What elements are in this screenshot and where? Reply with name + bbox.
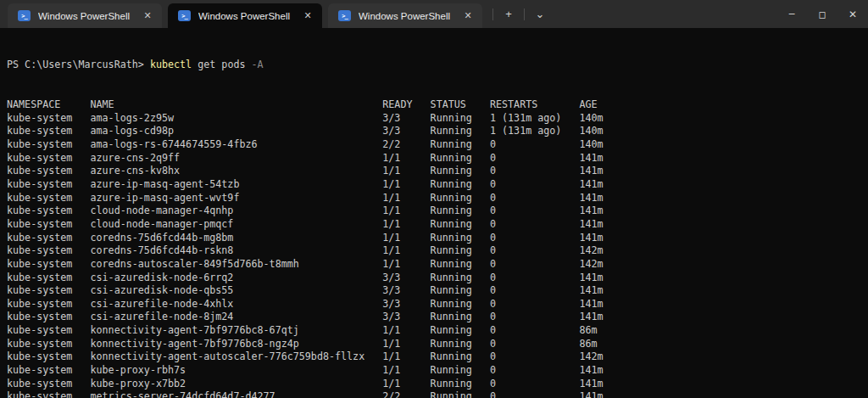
minimize-button[interactable]: ─ xyxy=(776,0,807,28)
pod-table: NAMESPACE NAME READY STATUS RESTARTS AGE… xyxy=(7,98,868,398)
table-header-row: NAMESPACE NAME READY STATUS RESTARTS AGE xyxy=(7,98,868,112)
command-text: kubectl xyxy=(150,59,192,70)
tabbar-divider xyxy=(524,8,525,20)
tab-dropdown-button[interactable]: ⌄ xyxy=(529,4,551,25)
pod-row: kube-system konnectivity-agent-7bf9776bc… xyxy=(7,338,868,351)
tab-windows-powershell-1[interactable]: >_ Windows PowerShell ✕ xyxy=(8,3,162,28)
new-tab-button[interactable]: + xyxy=(498,4,520,25)
window-controls: ─ □ ✕ xyxy=(776,0,868,28)
powershell-icon: >_ xyxy=(178,10,191,21)
pod-row: kube-system ama-logs-cd98p 3/3 Running 1… xyxy=(7,125,868,138)
powershell-icon: >_ xyxy=(18,10,31,21)
terminal-window: >_ Windows PowerShell ✕ >_ Windows Power… xyxy=(0,0,868,398)
pod-row: kube-system ama-logs-2z95w 3/3 Running 1… xyxy=(7,112,868,126)
pod-row: kube-system csi-azurefile-node-8jm24 3/3… xyxy=(7,311,868,324)
pod-row: kube-system konnectivity-agent-7bf9776bc… xyxy=(7,324,868,338)
command-args: get pods xyxy=(192,59,251,70)
pod-row: kube-system konnectivity-agent-autoscale… xyxy=(7,350,868,364)
close-icon: ✕ xyxy=(849,8,857,20)
pod-row: kube-system ama-logs-rs-6744674559-4fbz6… xyxy=(7,138,868,152)
pod-row: kube-system csi-azurefile-node-4xhlx 3/3… xyxy=(7,298,868,311)
tab-close-icon[interactable]: ✕ xyxy=(138,7,157,25)
maximize-button[interactable]: □ xyxy=(807,0,837,28)
pod-row: kube-system csi-azuredisk-node-qbs55 3/3… xyxy=(7,284,868,298)
pod-row: kube-system azure-ip-masq-agent-54tzb 1/… xyxy=(7,178,868,192)
plus-icon: + xyxy=(505,8,512,20)
maximize-icon: □ xyxy=(819,8,825,20)
pod-row: kube-system azure-ip-masq-agent-wvt9f 1/… xyxy=(7,192,868,205)
tab-title: Windows PowerShell xyxy=(38,11,131,21)
close-button[interactable]: ✕ xyxy=(837,0,868,28)
tab-title: Windows PowerShell xyxy=(359,11,451,21)
tab-close-icon[interactable]: ✕ xyxy=(459,7,477,25)
pod-row: kube-system kube-proxy-x7bb2 1/1 Running… xyxy=(7,378,868,391)
tab-close-icon[interactable]: ✕ xyxy=(298,7,317,25)
minimize-icon: ─ xyxy=(789,8,795,20)
terminal-output-area[interactable]: PS C:\Users\MarcusRath> kubectl get pods… xyxy=(0,28,868,398)
titlebar-drag-region xyxy=(551,0,776,28)
chevron-down-icon: ⌄ xyxy=(536,8,545,20)
tab-windows-powershell-2-active[interactable]: >_ Windows PowerShell ✕ xyxy=(168,3,322,28)
tab-bar: >_ Windows PowerShell ✕ >_ Windows Power… xyxy=(0,0,868,28)
prompt-text: PS C:\Users\MarcusRath> xyxy=(7,59,150,70)
pod-row: kube-system metrics-server-74dcfd64d7-d4… xyxy=(7,390,868,398)
pod-row: kube-system cloud-node-manager-pmqcf 1/1… xyxy=(7,218,868,232)
powershell-icon: >_ xyxy=(338,10,351,21)
pod-row: kube-system kube-proxy-rbh7s 1/1 Running… xyxy=(7,364,868,378)
tab-windows-powershell-3[interactable]: >_ Windows PowerShell ✕ xyxy=(328,3,482,28)
pod-row: kube-system azure-cns-kv8hx 1/1 Running … xyxy=(7,165,868,178)
command-line: PS C:\Users\MarcusRath> kubectl get pods… xyxy=(7,59,868,72)
tab-title: Windows PowerShell xyxy=(198,11,291,21)
pod-row: kube-system azure-cns-2q9ff 1/1 Running … xyxy=(7,152,868,165)
pod-row: kube-system coredns-75d6fcd44b-rskn8 1/1… xyxy=(7,244,868,258)
pod-row: kube-system cloud-node-manager-4qnhp 1/1… xyxy=(7,205,868,218)
pod-row: kube-system csi-azuredisk-node-6rrq2 3/3… xyxy=(7,272,868,285)
tabbar-divider xyxy=(492,8,493,20)
pod-row: kube-system coredns-autoscaler-849f5d766… xyxy=(7,258,868,272)
command-parameter: -A xyxy=(252,59,264,70)
pod-row: kube-system coredns-75d6fcd44b-mg8bm 1/1… xyxy=(7,232,868,245)
